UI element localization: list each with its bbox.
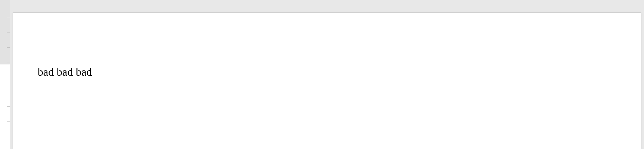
toolbar-background: [10, 0, 644, 12]
ruler-tick: [7, 106, 10, 107]
document-page[interactable]: bad bad bad: [13, 12, 641, 149]
ruler-tick: [7, 121, 10, 122]
ruler-tick: [7, 92, 10, 92]
ruler-tick: [7, 18, 10, 18]
body-text[interactable]: bad bad bad: [38, 65, 92, 79]
ruler-margin-region: [0, 0, 10, 64]
ruler-tick: [7, 47, 10, 48]
ruler-tick: [7, 136, 10, 136]
ruler-tick: [7, 77, 10, 77]
vertical-ruler[interactable]: [0, 0, 10, 149]
ruler-tick: [7, 62, 10, 62]
ruler-tick: [7, 33, 10, 33]
